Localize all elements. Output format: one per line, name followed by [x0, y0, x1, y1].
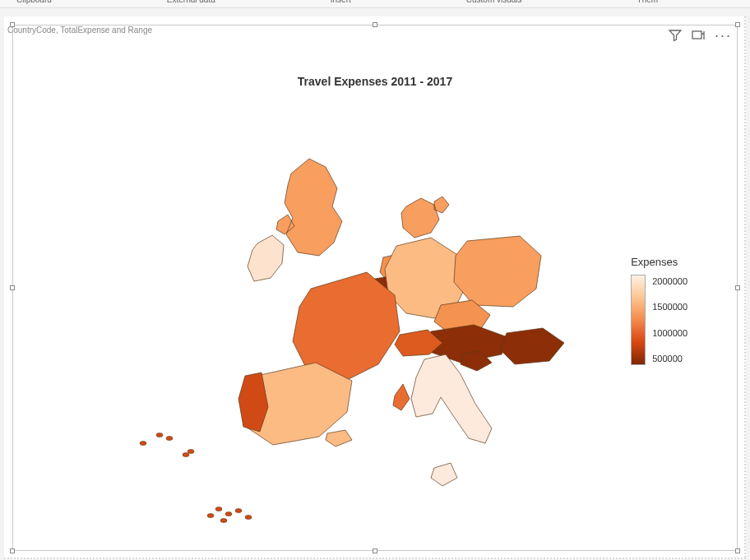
- country-dk[interactable]: Denmark: 1250000: [401, 197, 449, 238]
- ribbon-group-label: Them: [637, 0, 659, 2]
- country-gb[interactable]: United Kingdom: 1250000: [276, 159, 342, 256]
- legend-color-bar: [631, 275, 646, 365]
- resize-handle[interactable]: [373, 548, 377, 553]
- ribbon-group-label: External data: [167, 0, 215, 2]
- legend-tick: 2000000: [652, 276, 688, 286]
- island-marker: [183, 453, 189, 457]
- map-visual[interactable]: ··· Travel Expenses 2011 - 2017 Ireland:…: [12, 25, 738, 551]
- focus-mode-icon[interactable]: [692, 29, 705, 42]
- country-it[interactable]: Italy: 2200000: [411, 354, 492, 486]
- country-ie[interactable]: Ireland: 2000000: [248, 235, 284, 281]
- ribbon-group-label: Clipboard: [16, 0, 52, 2]
- resize-handle[interactable]: [735, 548, 740, 553]
- more-options-icon[interactable]: ···: [715, 31, 732, 39]
- legend-tick: 1000000: [652, 328, 688, 338]
- legend-tick: 500000: [652, 354, 688, 363]
- resize-handle[interactable]: [735, 285, 740, 290]
- island-marker: [140, 442, 146, 446]
- country-pl[interactable]: Poland: 1250000: [454, 236, 541, 307]
- filter-icon[interactable]: [669, 29, 682, 42]
- ribbon-groups: Clipboard External data Insert Custom vi…: [0, 0, 750, 8]
- choropleth-map[interactable]: Ireland: 2000000United Kingdom: 1250000D…: [62, 100, 589, 527]
- resize-handle[interactable]: [373, 22, 377, 27]
- resize-handle[interactable]: [735, 22, 740, 27]
- island-marker: [156, 433, 163, 437]
- svg-rect-0: [692, 31, 701, 39]
- island-marker: [220, 519, 227, 523]
- ruler-right: [744, 16, 746, 559]
- legend: Expenses 2000000 1500000 1000000 500000: [631, 256, 688, 365]
- fields-breadcrumb: CountryCode, TotalExpense and Range: [7, 25, 152, 35]
- island-marker: [188, 450, 194, 454]
- resize-handle[interactable]: [10, 548, 15, 553]
- island-marker: [215, 507, 222, 511]
- island-marker: [166, 437, 173, 441]
- legend-title: Expenses: [631, 256, 688, 268]
- ribbon-group-label: Insert: [331, 0, 351, 2]
- chart-title: Travel Expenses 2011 - 2017: [13, 75, 737, 88]
- island-marker: [207, 514, 214, 518]
- visual-header: ···: [669, 29, 732, 42]
- legend-ticks: 2000000 1500000 1000000 500000: [652, 275, 688, 365]
- report-canvas[interactable]: CountryCode, TotalExpense and Range ···: [4, 16, 746, 559]
- country-hu[interactable]: Hungary: 500000: [500, 328, 564, 364]
- legend-tick: 1500000: [652, 302, 688, 312]
- ruler-bottom: [4, 558, 746, 559]
- island-marker: [225, 512, 232, 516]
- island-marker: [245, 516, 252, 520]
- ribbon-group-label: Custom visuals: [466, 0, 522, 2]
- resize-handle[interactable]: [10, 285, 15, 290]
- island-marker: [235, 509, 242, 513]
